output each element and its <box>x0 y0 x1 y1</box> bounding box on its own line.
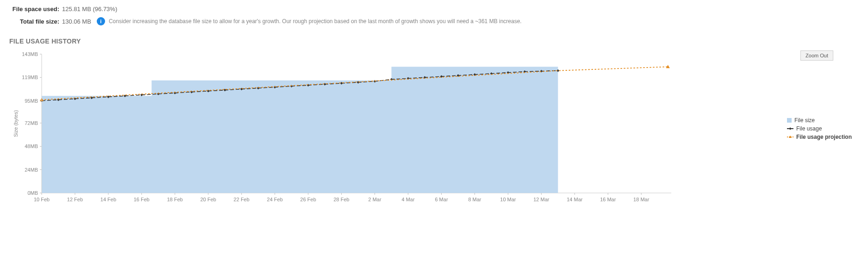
svg-text:48MB: 48MB <box>25 143 38 149</box>
svg-text:16 Mar: 16 Mar <box>600 197 616 202</box>
svg-text:Size (bytes): Size (bytes) <box>13 110 19 137</box>
svg-text:14 Feb: 14 Feb <box>100 197 116 202</box>
svg-text:10 Mar: 10 Mar <box>500 197 516 202</box>
stat-label: Total file size: <box>9 18 59 25</box>
stat-file-space-used: File space used: 125.81 MB (96.73%) <box>9 6 859 12</box>
file-usage-chart[interactable]: 0MB24MB48MB72MB95MB119MB143MB10 Feb12 Fe… <box>9 48 778 210</box>
chart-legend: File size File usage File usage projecti… <box>787 115 859 142</box>
svg-text:24MB: 24MB <box>25 167 38 173</box>
legend-item-file-usage[interactable]: File usage <box>787 125 859 132</box>
stat-label: File space used: <box>9 6 59 12</box>
section-title: FILE USAGE HISTORY <box>9 37 868 45</box>
svg-text:95MB: 95MB <box>25 98 38 104</box>
svg-text:6 Mar: 6 Mar <box>435 197 448 202</box>
stat-total-file-size: Total file size: 130.06 MB i Consider in… <box>9 17 859 25</box>
svg-text:72MB: 72MB <box>25 120 38 126</box>
svg-text:119MB: 119MB <box>22 75 38 80</box>
svg-text:14 Mar: 14 Mar <box>567 197 583 202</box>
svg-text:18 Mar: 18 Mar <box>633 197 649 202</box>
svg-text:2 Mar: 2 Mar <box>368 197 381 202</box>
svg-text:20 Feb: 20 Feb <box>200 197 216 202</box>
info-icon[interactable]: i <box>97 17 105 25</box>
svg-text:18 Feb: 18 Feb <box>167 197 183 202</box>
growth-tip: Consider increasing the database file si… <box>109 18 522 25</box>
svg-text:12 Feb: 12 Feb <box>67 197 83 202</box>
svg-text:26 Feb: 26 Feb <box>300 197 316 202</box>
svg-text:28 Feb: 28 Feb <box>333 197 349 202</box>
stat-value: 125.81 MB (96.73%) <box>62 6 117 12</box>
zoom-out-button[interactable]: Zoom Out <box>800 50 833 61</box>
svg-text:16 Feb: 16 Feb <box>134 197 150 202</box>
svg-text:12 Mar: 12 Mar <box>533 197 550 202</box>
svg-text:10 Feb: 10 Feb <box>34 197 50 202</box>
svg-text:8 Mar: 8 Mar <box>468 197 481 202</box>
stat-value: 130.06 MB <box>62 18 91 25</box>
svg-text:22 Feb: 22 Feb <box>234 197 250 202</box>
chart-container: 0MB24MB48MB72MB95MB119MB143MB10 Feb12 Fe… <box>9 48 859 210</box>
summary-panel: File space used: 125.81 MB (96.73%) Tota… <box>0 0 868 25</box>
svg-text:0MB: 0MB <box>27 190 38 196</box>
svg-text:4 Mar: 4 Mar <box>401 197 414 202</box>
svg-text:24 Feb: 24 Feb <box>267 197 283 202</box>
svg-text:143MB: 143MB <box>22 51 38 57</box>
legend-item-file-size[interactable]: File size <box>787 117 859 124</box>
legend-item-file-usage-projection[interactable]: File usage projection <box>787 134 859 140</box>
